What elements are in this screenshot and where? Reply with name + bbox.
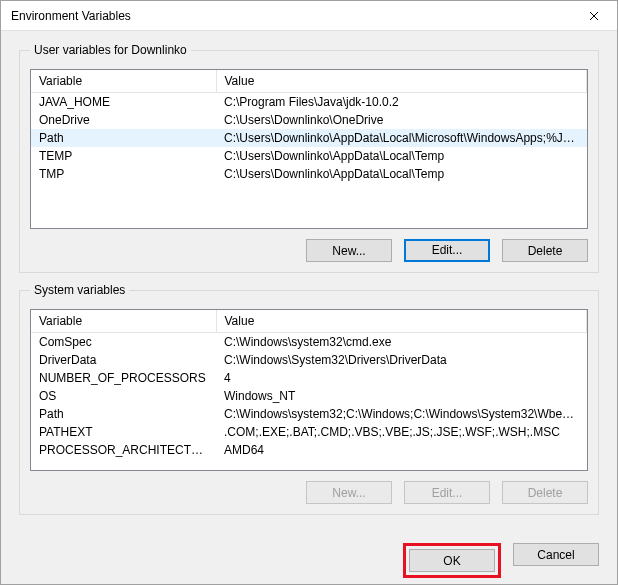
table-row[interactable]: NUMBER_OF_PROCESSORS4 xyxy=(31,369,587,387)
table-row[interactable]: OneDriveC:\Users\Downlinko\OneDrive xyxy=(31,111,587,129)
close-button[interactable] xyxy=(571,1,617,31)
sys-col-value[interactable]: Value xyxy=(216,310,587,333)
ok-highlight: OK xyxy=(403,543,501,578)
user-col-value[interactable]: Value xyxy=(216,70,587,93)
user-variables-table: Variable Value JAVA_HOMEC:\Program Files… xyxy=(31,70,587,183)
table-row[interactable]: TMPC:\Users\Downlinko\AppData\Local\Temp xyxy=(31,165,587,183)
window-title: Environment Variables xyxy=(11,9,131,23)
close-icon xyxy=(589,11,599,21)
table-row[interactable]: PROCESSOR_ARCHITECTUREAMD64 xyxy=(31,441,587,459)
table-row[interactable]: DriverDataC:\Windows\System32\Drivers\Dr… xyxy=(31,351,587,369)
table-row[interactable]: ComSpecC:\Windows\system32\cmd.exe xyxy=(31,333,587,352)
ok-button[interactable]: OK xyxy=(409,549,495,572)
table-row[interactable]: JAVA_HOMEC:\Program Files\Java\jdk-10.0.… xyxy=(31,93,587,112)
system-variables-group: System variables Variable Value ComSpecC… xyxy=(19,283,599,515)
sys-col-variable[interactable]: Variable xyxy=(31,310,216,333)
user-edit-button[interactable]: Edit... xyxy=(404,239,490,262)
table-row[interactable]: OSWindows_NT xyxy=(31,387,587,405)
user-variables-group: User variables for Downlinko Variable Va… xyxy=(19,43,599,273)
user-variables-legend: User variables for Downlinko xyxy=(30,43,191,57)
sys-new-button: New... xyxy=(306,481,392,504)
table-row[interactable]: PathC:\Users\Downlinko\AppData\Local\Mic… xyxy=(31,129,587,147)
cancel-button[interactable]: Cancel xyxy=(513,543,599,566)
dialog-content: User variables for Downlinko Variable Va… xyxy=(1,31,617,539)
table-row[interactable]: PATHEXT.COM;.EXE;.BAT;.CMD;.VBS;.VBE;.JS… xyxy=(31,423,587,441)
user-variables-table-wrap[interactable]: Variable Value JAVA_HOMEC:\Program Files… xyxy=(30,69,588,229)
system-variables-table-wrap[interactable]: Variable Value ComSpecC:\Windows\system3… xyxy=(30,309,588,471)
user-delete-button[interactable]: Delete xyxy=(502,239,588,262)
sys-delete-button: Delete xyxy=(502,481,588,504)
sys-edit-button: Edit... xyxy=(404,481,490,504)
title-bar: Environment Variables xyxy=(1,1,617,31)
table-row[interactable]: TEMPC:\Users\Downlinko\AppData\Local\Tem… xyxy=(31,147,587,165)
user-new-button[interactable]: New... xyxy=(306,239,392,262)
system-variables-table: Variable Value ComSpecC:\Windows\system3… xyxy=(31,310,587,459)
user-col-variable[interactable]: Variable xyxy=(31,70,216,93)
system-variables-legend: System variables xyxy=(30,283,129,297)
table-row[interactable]: PathC:\Windows\system32;C:\Windows;C:\Wi… xyxy=(31,405,587,423)
dialog-button-row: OK Cancel xyxy=(1,539,617,585)
